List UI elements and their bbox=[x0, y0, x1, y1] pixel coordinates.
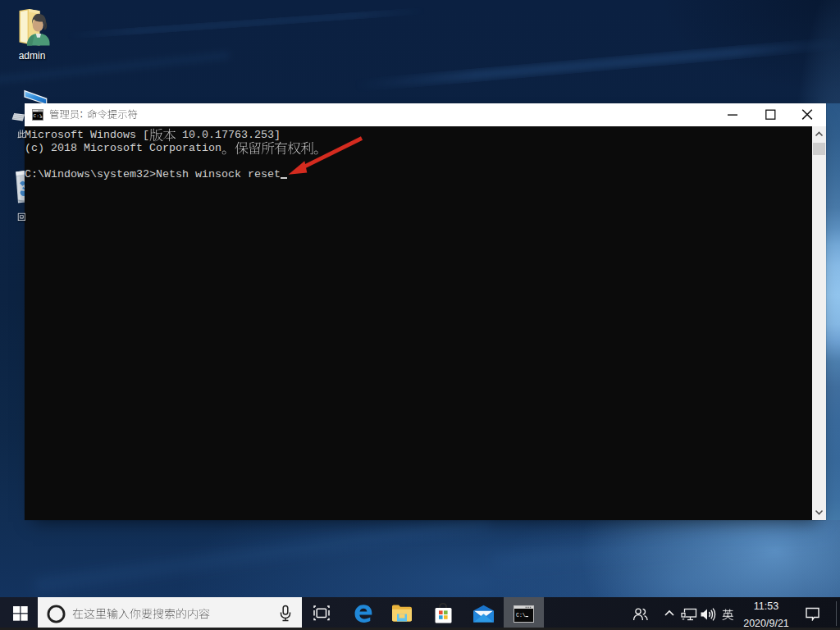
svg-text:C:\: C:\ bbox=[34, 113, 43, 119]
svg-text:C:\: C:\ bbox=[516, 613, 526, 619]
